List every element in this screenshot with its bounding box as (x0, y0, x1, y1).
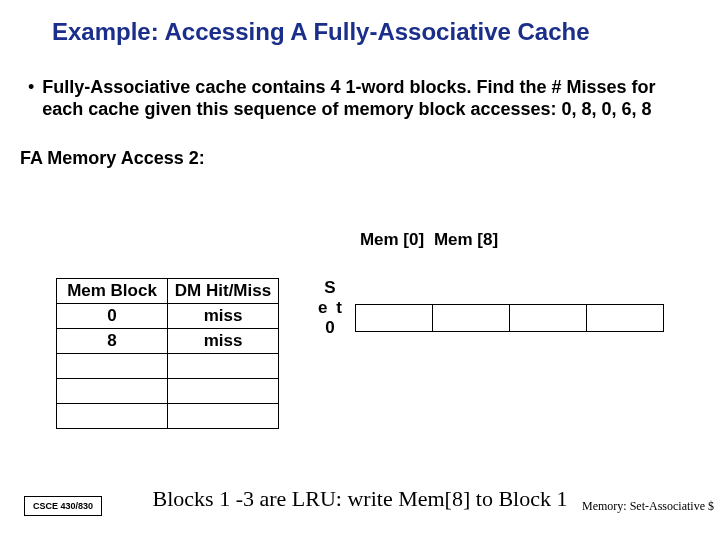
subheading: FA Memory Access 2: (0, 120, 720, 169)
cell (57, 354, 168, 379)
slide-title: Example: Accessing A Fully-Associative C… (0, 0, 720, 46)
access-table: Mem Block DM Hit/Miss 0 miss 8 miss (56, 278, 279, 429)
bullet-text: Fully-Associative cache contains 4 1-wor… (42, 76, 680, 120)
set-label-line: 0 (307, 318, 355, 338)
set-label-line: S (307, 278, 355, 298)
set-label: S e t 0 (307, 278, 355, 338)
cell (168, 354, 279, 379)
set-label-line: e t (307, 298, 355, 318)
table-row: 8 miss (57, 329, 279, 354)
mem-header-1: Mem [8] (429, 230, 503, 250)
cell (57, 379, 168, 404)
bullet-marker: • (28, 76, 42, 120)
cell (587, 305, 664, 332)
cell: 0 (57, 304, 168, 329)
bullet-item: • Fully-Associative cache contains 4 1-w… (0, 46, 720, 120)
cell: 8 (57, 329, 168, 354)
col-mem-block: Mem Block (57, 279, 168, 304)
cell (433, 305, 510, 332)
cell (57, 404, 168, 429)
cache-table-wrap: Mem [0] Mem [8] (355, 278, 664, 332)
tables-area: Mem Block DM Hit/Miss 0 miss 8 miss S e … (56, 278, 664, 429)
table-row: 0 miss (57, 304, 279, 329)
table-row (356, 305, 664, 332)
mem-header-0: Mem [0] (355, 230, 429, 250)
cell: miss (168, 304, 279, 329)
cell: miss (168, 329, 279, 354)
cell (510, 305, 587, 332)
col-dm-hitmiss: DM Hit/Miss (168, 279, 279, 304)
table-row (57, 354, 279, 379)
footnote: Memory: Set-Associative $ (582, 499, 714, 514)
cell (356, 305, 433, 332)
cell (168, 404, 279, 429)
table-row (57, 404, 279, 429)
table-row (57, 379, 279, 404)
cache-table (355, 304, 664, 332)
footer: CSCE 430/830 Blocks 1 -3 are LRU: write … (0, 486, 720, 516)
cell (168, 379, 279, 404)
